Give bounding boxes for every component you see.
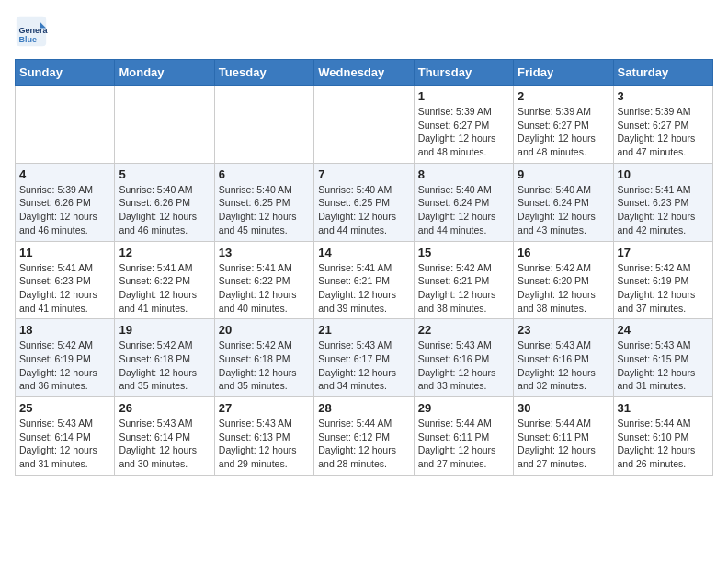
svg-text:Blue: Blue bbox=[19, 35, 38, 44]
day-info: Sunrise: 5:44 AM Sunset: 6:10 PM Dayligh… bbox=[618, 417, 709, 471]
weekday-header-cell: Wednesday bbox=[314, 60, 414, 86]
day-number: 17 bbox=[618, 246, 709, 259]
calendar-day-cell: 1Sunrise: 5:39 AM Sunset: 6:27 PM Daylig… bbox=[414, 86, 513, 164]
calendar-day-cell bbox=[214, 86, 313, 164]
day-number: 28 bbox=[318, 401, 409, 415]
day-number: 8 bbox=[418, 167, 509, 181]
calendar-day-cell: 29Sunrise: 5:44 AM Sunset: 6:11 PM Dayli… bbox=[414, 397, 513, 476]
weekday-header-cell: Thursday bbox=[414, 60, 513, 86]
day-number: 20 bbox=[219, 323, 310, 337]
day-info: Sunrise: 5:40 AM Sunset: 6:25 PM Dayligh… bbox=[318, 183, 409, 237]
calendar-day-cell: 23Sunrise: 5:43 AM Sunset: 6:16 PM Dayli… bbox=[514, 319, 613, 397]
day-info: Sunrise: 5:42 AM Sunset: 6:21 PM Dayligh… bbox=[418, 261, 509, 316]
day-number: 27 bbox=[219, 401, 310, 415]
day-info: Sunrise: 5:40 AM Sunset: 6:24 PM Dayligh… bbox=[418, 183, 509, 237]
day-number: 19 bbox=[119, 323, 210, 337]
calendar-week-row: 25Sunrise: 5:43 AM Sunset: 6:14 PM Dayli… bbox=[16, 397, 713, 476]
day-info: Sunrise: 5:40 AM Sunset: 6:26 PM Dayligh… bbox=[119, 183, 210, 237]
day-number: 12 bbox=[119, 246, 210, 259]
day-info: Sunrise: 5:42 AM Sunset: 6:19 PM Dayligh… bbox=[618, 261, 709, 316]
day-info: Sunrise: 5:42 AM Sunset: 6:18 PM Dayligh… bbox=[219, 339, 310, 393]
day-number: 5 bbox=[119, 167, 210, 181]
day-info: Sunrise: 5:39 AM Sunset: 6:27 PM Dayligh… bbox=[618, 105, 709, 159]
calendar-day-cell: 21Sunrise: 5:43 AM Sunset: 6:17 PM Dayli… bbox=[314, 319, 414, 397]
day-info: Sunrise: 5:41 AM Sunset: 6:22 PM Dayligh… bbox=[119, 261, 210, 316]
calendar-body: 1Sunrise: 5:39 AM Sunset: 6:27 PM Daylig… bbox=[16, 86, 713, 476]
day-number: 26 bbox=[119, 401, 210, 415]
calendar-day-cell: 12Sunrise: 5:41 AM Sunset: 6:22 PM Dayli… bbox=[115, 241, 214, 319]
weekday-header-cell: Saturday bbox=[613, 60, 712, 86]
day-number: 15 bbox=[418, 246, 509, 259]
day-number: 9 bbox=[518, 167, 609, 181]
calendar-week-row: 1Sunrise: 5:39 AM Sunset: 6:27 PM Daylig… bbox=[16, 86, 713, 164]
day-number: 21 bbox=[318, 323, 409, 337]
weekday-header-cell: Friday bbox=[514, 60, 613, 86]
day-number: 11 bbox=[19, 246, 110, 259]
day-info: Sunrise: 5:43 AM Sunset: 6:17 PM Dayligh… bbox=[318, 339, 409, 393]
calendar-day-cell: 17Sunrise: 5:42 AM Sunset: 6:19 PM Dayli… bbox=[613, 241, 712, 319]
calendar-day-cell: 20Sunrise: 5:42 AM Sunset: 6:18 PM Dayli… bbox=[214, 319, 313, 397]
weekday-header-cell: Sunday bbox=[16, 60, 115, 86]
day-info: Sunrise: 5:39 AM Sunset: 6:27 PM Dayligh… bbox=[418, 105, 509, 159]
day-info: Sunrise: 5:42 AM Sunset: 6:19 PM Dayligh… bbox=[19, 339, 110, 393]
day-info: Sunrise: 5:39 AM Sunset: 6:27 PM Dayligh… bbox=[518, 105, 609, 159]
day-info: Sunrise: 5:43 AM Sunset: 6:16 PM Dayligh… bbox=[518, 339, 609, 393]
day-number: 24 bbox=[618, 323, 709, 337]
calendar-day-cell: 6Sunrise: 5:40 AM Sunset: 6:25 PM Daylig… bbox=[214, 163, 313, 241]
calendar-day-cell: 4Sunrise: 5:39 AM Sunset: 6:26 PM Daylig… bbox=[16, 163, 115, 241]
calendar-day-cell: 15Sunrise: 5:42 AM Sunset: 6:21 PM Dayli… bbox=[414, 241, 513, 319]
calendar-day-cell: 25Sunrise: 5:43 AM Sunset: 6:14 PM Dayli… bbox=[16, 397, 115, 476]
day-number: 1 bbox=[418, 89, 509, 103]
calendar-day-cell: 16Sunrise: 5:42 AM Sunset: 6:20 PM Dayli… bbox=[514, 241, 613, 319]
calendar-day-cell: 5Sunrise: 5:40 AM Sunset: 6:26 PM Daylig… bbox=[115, 163, 214, 241]
day-number: 29 bbox=[418, 401, 509, 415]
day-info: Sunrise: 5:44 AM Sunset: 6:11 PM Dayligh… bbox=[518, 417, 609, 471]
day-info: Sunrise: 5:40 AM Sunset: 6:25 PM Dayligh… bbox=[219, 183, 310, 237]
calendar-day-cell: 22Sunrise: 5:43 AM Sunset: 6:16 PM Dayli… bbox=[414, 319, 513, 397]
calendar-day-cell: 2Sunrise: 5:39 AM Sunset: 6:27 PM Daylig… bbox=[514, 86, 613, 164]
day-number: 30 bbox=[518, 401, 609, 415]
day-number: 13 bbox=[219, 246, 310, 259]
day-number: 18 bbox=[19, 323, 110, 337]
day-number: 25 bbox=[19, 401, 110, 415]
calendar-day-cell: 3Sunrise: 5:39 AM Sunset: 6:27 PM Daylig… bbox=[613, 86, 712, 164]
calendar-day-cell bbox=[16, 86, 115, 164]
weekday-header-row: SundayMondayTuesdayWednesdayThursdayFrid… bbox=[16, 60, 713, 86]
calendar-day-cell: 27Sunrise: 5:43 AM Sunset: 6:13 PM Dayli… bbox=[214, 397, 313, 476]
day-number: 3 bbox=[618, 89, 709, 103]
calendar-day-cell: 31Sunrise: 5:44 AM Sunset: 6:10 PM Dayli… bbox=[613, 397, 712, 476]
day-number: 2 bbox=[518, 89, 609, 103]
day-number: 7 bbox=[318, 167, 409, 181]
calendar-day-cell bbox=[314, 86, 414, 164]
calendar-day-cell: 28Sunrise: 5:44 AM Sunset: 6:12 PM Dayli… bbox=[314, 397, 414, 476]
day-info: Sunrise: 5:42 AM Sunset: 6:18 PM Dayligh… bbox=[119, 339, 210, 393]
header: General Blue bbox=[15, 15, 713, 48]
calendar-day-cell: 7Sunrise: 5:40 AM Sunset: 6:25 PM Daylig… bbox=[314, 163, 414, 241]
day-info: Sunrise: 5:43 AM Sunset: 6:14 PM Dayligh… bbox=[119, 417, 210, 471]
calendar-week-row: 4Sunrise: 5:39 AM Sunset: 6:26 PM Daylig… bbox=[16, 163, 713, 241]
day-number: 14 bbox=[318, 246, 409, 259]
day-info: Sunrise: 5:40 AM Sunset: 6:24 PM Dayligh… bbox=[518, 183, 609, 237]
day-info: Sunrise: 5:44 AM Sunset: 6:12 PM Dayligh… bbox=[318, 417, 409, 471]
day-number: 4 bbox=[19, 167, 110, 181]
day-info: Sunrise: 5:43 AM Sunset: 6:14 PM Dayligh… bbox=[19, 417, 110, 471]
day-info: Sunrise: 5:41 AM Sunset: 6:22 PM Dayligh… bbox=[219, 261, 310, 316]
calendar-day-cell: 10Sunrise: 5:41 AM Sunset: 6:23 PM Dayli… bbox=[613, 163, 712, 241]
day-info: Sunrise: 5:41 AM Sunset: 6:21 PM Dayligh… bbox=[318, 261, 409, 316]
calendar-day-cell: 18Sunrise: 5:42 AM Sunset: 6:19 PM Dayli… bbox=[16, 319, 115, 397]
calendar-day-cell: 19Sunrise: 5:42 AM Sunset: 6:18 PM Dayli… bbox=[115, 319, 214, 397]
day-info: Sunrise: 5:43 AM Sunset: 6:15 PM Dayligh… bbox=[618, 339, 709, 393]
calendar-day-cell: 11Sunrise: 5:41 AM Sunset: 6:23 PM Dayli… bbox=[16, 241, 115, 319]
calendar-week-row: 11Sunrise: 5:41 AM Sunset: 6:23 PM Dayli… bbox=[16, 241, 713, 319]
day-number: 31 bbox=[618, 401, 709, 415]
weekday-header-cell: Monday bbox=[115, 60, 214, 86]
day-number: 23 bbox=[518, 323, 609, 337]
day-number: 6 bbox=[219, 167, 310, 181]
day-info: Sunrise: 5:39 AM Sunset: 6:26 PM Dayligh… bbox=[19, 183, 110, 237]
calendar-day-cell: 26Sunrise: 5:43 AM Sunset: 6:14 PM Dayli… bbox=[115, 397, 214, 476]
logo: General Blue bbox=[15, 15, 53, 48]
weekday-header-cell: Tuesday bbox=[214, 60, 313, 86]
calendar-day-cell: 13Sunrise: 5:41 AM Sunset: 6:22 PM Dayli… bbox=[214, 241, 313, 319]
calendar-day-cell: 9Sunrise: 5:40 AM Sunset: 6:24 PM Daylig… bbox=[514, 163, 613, 241]
day-info: Sunrise: 5:41 AM Sunset: 6:23 PM Dayligh… bbox=[19, 261, 110, 316]
